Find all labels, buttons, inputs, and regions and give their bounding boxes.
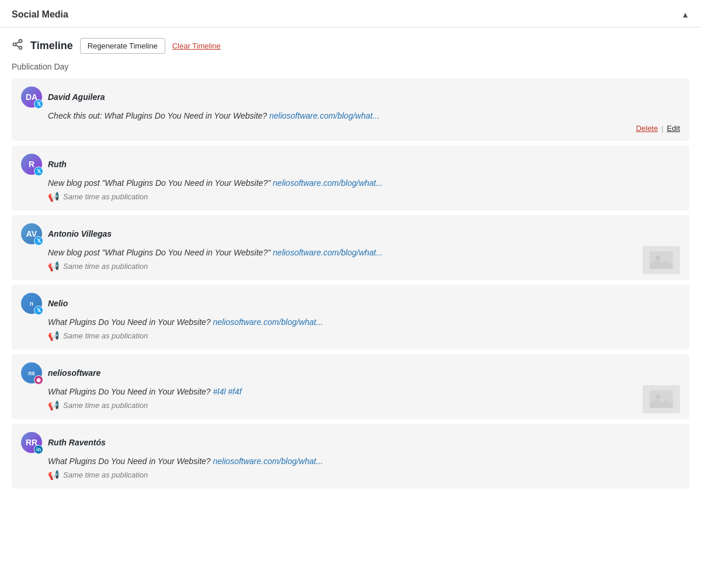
schedule-icon: 📢	[48, 400, 60, 411]
page-header: Social Media ▲	[0, 0, 701, 27]
post-card: ns ◉ neliosoftware What Plugins Do You N…	[12, 354, 689, 419]
post-card: n 𝕏 Nelio What Plugins Do You Need in Yo…	[12, 285, 689, 350]
post-body: New blog post "What Plugins Do You Need …	[21, 178, 680, 188]
schedule-text: Same time as publication	[63, 401, 148, 410]
schedule-text: Same time as publication	[63, 262, 148, 271]
post-body: What Plugins Do You Need in Your Website…	[21, 387, 680, 396]
share-icon	[12, 39, 23, 53]
post-body-link[interactable]: neliosoftware.com/blog/what...	[213, 317, 323, 327]
post-author: Ruth Raventós	[48, 438, 106, 447]
svg-line-3	[16, 45, 19, 47]
action-separator: |	[661, 124, 663, 133]
delete-button[interactable]: Delete	[636, 124, 658, 133]
post-body-link[interactable]: neliosoftware.com/blog/what...	[273, 178, 383, 188]
image-placeholder	[643, 385, 680, 413]
avatar: n 𝕏	[21, 293, 42, 314]
post-body-link[interactable]: neliosoftware.com/blog/what...	[273, 248, 383, 257]
post-author: neliosoftware	[48, 368, 100, 378]
clear-timeline-button[interactable]: Clear Timeline	[172, 41, 221, 50]
post-card: R 𝕏 Ruth New blog post "What Plugins Do …	[12, 146, 689, 210]
post-card: DA 𝕏 David Aguilera Check this out: What…	[12, 78, 689, 141]
post-author: Nelio	[48, 299, 68, 308]
post-body: What Plugins Do You Need in Your Website…	[21, 317, 680, 327]
instagram-badge: ◉	[34, 375, 43, 385]
posts-container: DA 𝕏 David Aguilera Check this out: What…	[0, 78, 701, 489]
regenerate-timeline-button[interactable]: Regenerate Timeline	[80, 38, 165, 54]
schedule-icon: 📢	[48, 469, 60, 480]
timeline-label: Timeline	[30, 40, 73, 52]
schedule-icon: 📢	[48, 191, 60, 202]
post-hashtag-link[interactable]: #l4l #f4f	[213, 387, 242, 396]
post-body: New blog post "What Plugins Do You Need …	[21, 248, 680, 257]
post-card: AV 𝕏 Antonio Villegas New blog post "Wha…	[12, 215, 689, 280]
collapse-icon[interactable]: ▲	[681, 10, 689, 19]
post-body: What Plugins Do You Need in Your Website…	[21, 456, 680, 466]
timeline-header: Timeline Regenerate Timeline Clear Timel…	[0, 27, 701, 60]
avatar: RR in	[21, 432, 42, 453]
post-header: AV 𝕏 Antonio Villegas	[21, 223, 680, 244]
twitter-badge: 𝕏	[34, 167, 43, 176]
edit-button[interactable]: Edit	[667, 124, 680, 133]
post-header: n 𝕏 Nelio	[21, 293, 680, 314]
linkedin-badge: in	[34, 445, 43, 454]
twitter-badge: 𝕏	[34, 236, 43, 245]
post-author: Antonio Villegas	[48, 229, 112, 238]
twitter-badge: 𝕏	[34, 306, 43, 315]
post-card: RR in Ruth Raventós What Plugins Do You …	[12, 424, 689, 489]
schedule-text: Same time as publication	[63, 331, 148, 340]
post-body: Check this out: What Plugins Do You Need…	[21, 111, 680, 120]
post-footer: 📢 Same time as publication	[21, 400, 680, 411]
avatar: ns ◉	[21, 362, 42, 383]
avatar: R 𝕏	[21, 154, 42, 175]
post-footer: 📢 Same time as publication	[21, 469, 680, 480]
avatar: AV 𝕏	[21, 223, 42, 244]
post-header: RR in Ruth Raventós	[21, 432, 680, 453]
post-header: DA 𝕏 David Aguilera	[21, 87, 680, 108]
schedule-text: Same time as publication	[63, 471, 148, 479]
post-body-link[interactable]: neliosoftware.com/blog/what...	[269, 111, 379, 120]
publication-day-label: Publication Day	[0, 60, 701, 78]
svg-point-8	[655, 395, 660, 399]
svg-line-4	[16, 41, 19, 43]
schedule-icon: 📢	[48, 330, 60, 341]
page-title: Social Media	[12, 9, 68, 20]
post-header: R 𝕏 Ruth	[21, 154, 680, 175]
image-placeholder	[643, 246, 680, 274]
post-footer: 📢 Same time as publication	[21, 191, 680, 202]
post-header: ns ◉ neliosoftware	[21, 362, 680, 383]
post-footer: 📢 Same time as publication	[21, 330, 680, 341]
schedule-icon: 📢	[48, 261, 60, 272]
twitter-badge: 𝕏	[34, 99, 43, 109]
post-actions: Delete | Edit	[21, 124, 680, 133]
svg-point-6	[655, 255, 660, 260]
schedule-text: Same time as publication	[63, 192, 148, 201]
avatar: DA 𝕏	[21, 87, 42, 108]
post-body-link[interactable]: neliosoftware.com/blog/what...	[213, 456, 323, 466]
post-author: David Aguilera	[48, 92, 105, 102]
post-author: Ruth	[48, 160, 67, 169]
post-footer: 📢 Same time as publication	[21, 261, 680, 272]
